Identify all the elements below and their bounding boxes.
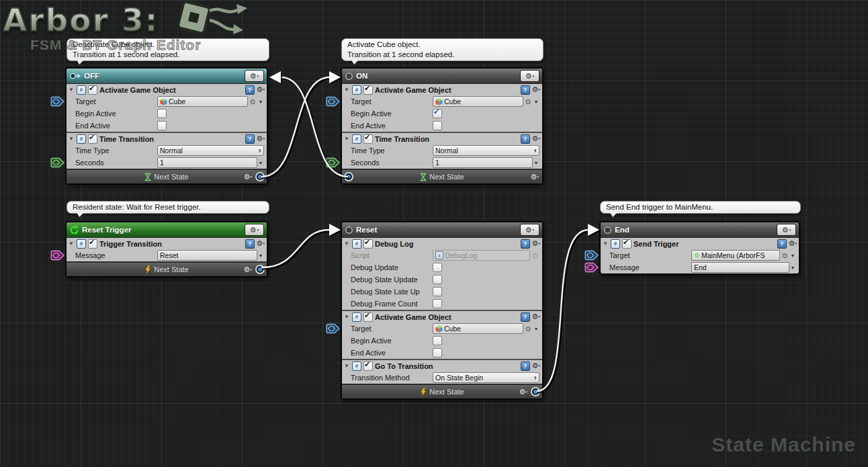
time-type-dropdown[interactable]: Normal ▲▼: [157, 145, 264, 156]
gear-icon[interactable]: ⚙▾: [532, 362, 540, 370]
foldout-icon[interactable]: ▼: [69, 241, 75, 247]
behaviour-enabled-checkbox[interactable]: ✔: [363, 312, 373, 322]
help-icon[interactable]: ?: [521, 134, 530, 144]
help-icon[interactable]: ?: [245, 239, 255, 249]
foldout-icon[interactable]: ▼: [344, 87, 350, 93]
state-settings-button[interactable]: ⚙▾: [520, 70, 539, 82]
foldout-icon[interactable]: ▼: [69, 87, 75, 93]
state-header-end[interactable]: End ⚙▾: [601, 222, 799, 238]
transition-method-dropdown[interactable]: On State Begin ▲▼: [433, 372, 539, 383]
object-field-target[interactable]: Cube: [433, 96, 523, 107]
behaviour-enabled-checkbox[interactable]: ✔: [88, 134, 97, 144]
transition-next-state-bar[interactable]: Next State ⚙▾: [67, 169, 267, 183]
gear-icon[interactable]: ⚙▾: [244, 173, 252, 181]
gear-icon[interactable]: ⚙▾: [531, 173, 539, 181]
behaviour-title-bar[interactable]: ▼ # ✔ Activate Game Object ? ⚙▾: [67, 84, 267, 95]
time-type-dropdown[interactable]: Normal ▲▼: [433, 145, 539, 156]
object-picker-icon[interactable]: ⊙: [248, 98, 257, 105]
state-settings-button[interactable]: ⚙▾: [777, 224, 796, 236]
transition-next-state-bar[interactable]: Next State ⚙▾: [342, 169, 542, 183]
object-picker-icon[interactable]: ⊙: [523, 98, 533, 105]
state-settings-button[interactable]: ⚙▾: [245, 70, 264, 82]
gear-icon[interactable]: ⚙▾: [257, 135, 265, 142]
dropdown-icon[interactable]: ▼: [789, 265, 796, 270]
behaviour-title-bar[interactable]: ▼ # ✔ Debug Log ? ⚙▾: [342, 238, 542, 249]
state-node-reset[interactable]: Reset ⚙▾ ▼ # ✔ Debug Log ? ⚙▾ Script # D…: [341, 221, 544, 400]
foldout-icon[interactable]: ▼: [344, 314, 350, 320]
behaviour-enabled-checkbox[interactable]: ✔: [363, 85, 373, 95]
end-active-checkbox[interactable]: [157, 121, 167, 130]
state-header-off[interactable]: OFF ⚙▾: [67, 69, 267, 84]
behaviour-enabled-checkbox[interactable]: ✔: [88, 85, 97, 95]
behaviour-enabled-checkbox[interactable]: ✔: [363, 239, 373, 249]
behaviour-enabled-checkbox[interactable]: ✔: [363, 134, 373, 144]
help-icon[interactable]: ?: [777, 239, 787, 249]
help-icon[interactable]: ?: [521, 362, 530, 371]
object-field-target[interactable]: Cube: [433, 323, 523, 334]
dropdown-icon[interactable]: ▼: [257, 161, 264, 165]
object-field-target[interactable]: ⚙ MainMenu (ArborFS: [691, 250, 780, 261]
data-port-gameobject[interactable]: [326, 323, 341, 334]
data-port-float[interactable]: [50, 157, 65, 168]
behaviour-enabled-checkbox[interactable]: ✔: [88, 239, 97, 249]
behaviour-title-bar[interactable]: ▼ # ✔ Trigger Transition ? ⚙▾: [67, 238, 267, 249]
gear-icon[interactable]: ⚙▾: [257, 240, 265, 247]
foldout-icon[interactable]: ▼: [69, 136, 75, 142]
dropdown-icon[interactable]: ▼: [257, 99, 264, 104]
debug-state-update-checkbox[interactable]: [433, 275, 442, 284]
next-state-port[interactable]: [255, 172, 265, 181]
gear-icon[interactable]: ⚙▾: [532, 240, 540, 247]
transition-next-state-bar[interactable]: Next State ⚙▾: [342, 384, 542, 398]
seconds-input[interactable]: 1: [433, 157, 533, 168]
foldout-icon[interactable]: ▼: [344, 136, 350, 142]
behaviour-title-bar[interactable]: ▼ # ✔ Activate Game Object ? ⚙▾: [342, 84, 542, 95]
gear-icon[interactable]: ⚙▾: [519, 388, 527, 396]
gear-icon[interactable]: ⚙▾: [257, 86, 265, 93]
help-icon[interactable]: ?: [521, 85, 530, 95]
seconds-input[interactable]: 1: [157, 157, 257, 168]
gear-icon[interactable]: ⚙▾: [244, 266, 252, 273]
debug-state-late-update-checkbox[interactable]: [433, 287, 442, 296]
debug-frame-count-checkbox[interactable]: [433, 299, 442, 308]
state-header-on[interactable]: ON ⚙▾: [342, 69, 542, 84]
gear-icon[interactable]: ⚙▾: [789, 240, 797, 247]
state-header-reset[interactable]: Reset ⚙▾: [342, 222, 542, 238]
begin-active-checkbox[interactable]: [433, 336, 442, 345]
message-input[interactable]: Reset: [157, 250, 257, 261]
data-port-string[interactable]: [50, 250, 65, 261]
data-port-gameobject[interactable]: [50, 96, 65, 107]
dropdown-icon[interactable]: ▼: [533, 161, 539, 165]
end-active-checkbox[interactable]: [433, 121, 442, 130]
message-input[interactable]: End: [691, 262, 789, 273]
state-node-end[interactable]: End ⚙▾ ▼ # ✔ Send Trigger ? ⚙▾ Target ⚙ …: [599, 221, 800, 275]
state-node-on[interactable]: ON ⚙▾ ▼ # ✔ Activate Game Object ? ⚙▾ Ta…: [341, 67, 544, 185]
begin-active-checkbox[interactable]: [157, 109, 167, 118]
data-port-float[interactable]: [326, 157, 341, 168]
behaviour-enabled-checkbox[interactable]: ✔: [363, 362, 373, 371]
behaviour-title-bar[interactable]: ▼ # ✔ Send Trigger ? ⚙▾: [601, 238, 799, 249]
data-port-gameobject[interactable]: [326, 96, 341, 107]
help-icon[interactable]: ?: [245, 134, 255, 144]
object-picker-icon[interactable]: ⊙: [780, 252, 789, 259]
help-icon[interactable]: ?: [521, 239, 530, 249]
behaviour-title-bar[interactable]: ▼ # ✔ Time Transition ? ⚙▾: [67, 133, 267, 144]
object-picker-icon[interactable]: ⊙: [523, 325, 533, 333]
state-settings-button[interactable]: ⚙▾: [245, 224, 264, 236]
help-icon[interactable]: ?: [521, 312, 530, 322]
data-port-fsm[interactable]: [584, 250, 599, 261]
behaviour-enabled-checkbox[interactable]: ✔: [622, 239, 632, 249]
dropdown-icon[interactable]: ▼: [533, 99, 539, 104]
foldout-icon[interactable]: ▼: [603, 241, 609, 247]
behaviour-title-bar[interactable]: ▼ # ✔ Time Transition ? ⚙▾: [342, 133, 542, 144]
next-state-port[interactable]: [255, 265, 265, 274]
behaviour-title-bar[interactable]: ▼ # ✔ Activate Game Object ? ⚙▾: [342, 311, 542, 323]
state-node-reset-trigger[interactable]: Reset Trigger ⚙▾ ▼ # ✔ Trigger Transitio…: [65, 221, 268, 278]
gear-icon[interactable]: ⚙▾: [532, 86, 540, 93]
foldout-icon[interactable]: ▼: [344, 241, 350, 247]
state-header-reset-trigger[interactable]: Reset Trigger ⚙▾: [67, 222, 267, 238]
transition-next-state-bar[interactable]: Next State ⚙▾: [67, 261, 267, 276]
help-icon[interactable]: ?: [245, 85, 255, 95]
gear-icon[interactable]: ⚙▾: [532, 135, 540, 142]
dropdown-icon[interactable]: ▼: [789, 253, 796, 258]
next-state-port[interactable]: [344, 172, 353, 181]
